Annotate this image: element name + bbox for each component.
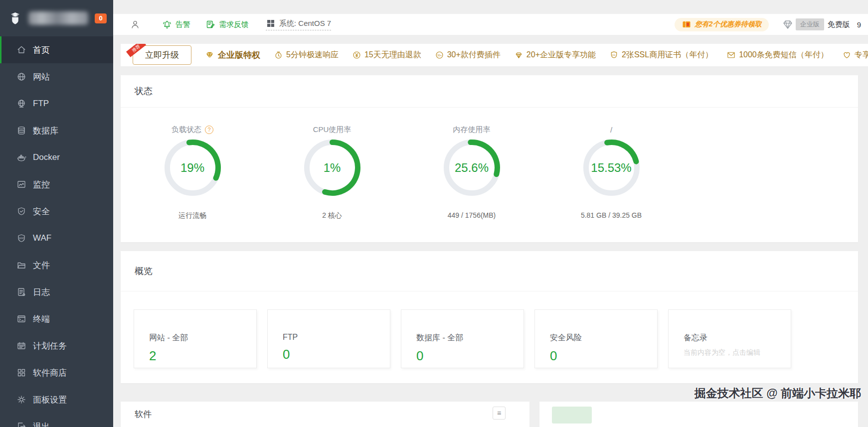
overview-cards-row: 网站 - 全部 2 FTP 0 数据库 - 全部 0 安全风险 0 备忘录 (121, 291, 858, 383)
app-grid-icon (16, 368, 26, 378)
upgrade-now-button[interactable]: 推荐 立即升级 (133, 45, 191, 65)
overview-card-security-risks[interactable]: 安全风险 0 (534, 309, 658, 368)
overview-card-title: 数据库 - 全部 (416, 333, 523, 343)
sidebar-item-website[interactable]: 网站 (0, 63, 113, 90)
sidebar-item-label: 监控 (33, 179, 50, 190)
sidebar-item-label: FTP (33, 99, 49, 109)
sidebar-item-label: 网站 (33, 71, 50, 83)
sidebar-item-terminal[interactable]: 终端 (0, 305, 113, 332)
user-icon (130, 19, 140, 29)
overview-card-title: FTP (283, 333, 390, 342)
coupon-text: 您有2个优惠券待领取 (695, 20, 762, 29)
refund-icon (352, 50, 361, 60)
overview-card-websites[interactable]: 网站 - 全部 2 (134, 309, 257, 368)
panel-logo-icon (8, 11, 22, 25)
sidebar-item-label: 面板设置 (33, 394, 67, 406)
sidebar-item-label: 文件 (33, 260, 50, 271)
svg-text:SSL: SSL (612, 54, 617, 56)
overview-card-title: 网站 - 全部 (149, 333, 256, 343)
overview-card-ftp[interactable]: FTP 0 (267, 309, 390, 368)
chart-panel-partial (539, 402, 858, 427)
privilege-label: 企业版特权 (218, 49, 260, 61)
watermark-text: 掘金技术社区 @ 前端小卡拉米耶 (113, 386, 861, 401)
alert-label: 告警 (175, 20, 190, 29)
software-panel-title: 软件 (135, 410, 152, 419)
sidebar-item-home[interactable]: 首页 (0, 36, 113, 63)
gem-outline-icon (514, 50, 523, 60)
waf-shield-icon: WAF (16, 233, 26, 243)
gear-icon (16, 395, 26, 405)
gauge-cpu: CPU使用率 1% 2 核心 (262, 108, 402, 220)
sidebar-item-monitor[interactable]: 监控 (0, 171, 113, 198)
sidebar-item-waf[interactable]: WAF WAF (0, 225, 113, 252)
recommend-ribbon: 推荐 (126, 44, 146, 57)
gauge-subtitle: 2 核心 (262, 211, 402, 220)
thirty-plus-icon: 30+ (435, 50, 444, 60)
coupon-ticket-icon (682, 19, 692, 29)
logout-icon (16, 422, 26, 427)
sidebar-item-label: 软件商店 (33, 367, 67, 379)
heart-icon (842, 50, 852, 60)
feature-exclusive-partial: 专享 (842, 50, 868, 60)
sidebar-item-label: 退出 (33, 421, 50, 427)
gauge-subtitle: 449 / 1756(MB) (402, 211, 541, 219)
topbar-right: 您有2个优惠券待领取 企业版 免费版 9 (675, 18, 861, 31)
sidebar-item-label: 数据库 (33, 125, 58, 137)
svg-text:WAF: WAF (19, 237, 24, 240)
overview-card-databases[interactable]: 数据库 - 全部 0 (401, 309, 524, 368)
feature-exclusive-functions: 20+企业版专享功能 (514, 50, 596, 60)
gauge-load: 负载状态 ? 19% 运行流畅 (123, 108, 262, 220)
sidebar-item-database[interactable]: 数据库 (0, 117, 113, 144)
sidebar: 0 首页 网站 FTP 数据库 Docker 监控 安全 (0, 0, 113, 427)
bottom-clipped-row: 软件 ≡ (121, 402, 858, 427)
sidebar-item-logs[interactable]: 日志 (0, 279, 113, 305)
globe-icon (16, 72, 26, 82)
feature-label: 15天无理由退款 (364, 50, 421, 60)
sidebar-item-ftp[interactable]: FTP (0, 90, 113, 117)
feature-label: 专享 (855, 50, 868, 60)
message-count-badge[interactable]: 0 (95, 13, 107, 23)
baota-panel-home: 0 首页 网站 FTP 数据库 Docker 监控 安全 (0, 0, 868, 427)
version-text-partial: 9 (857, 20, 861, 29)
docker-whale-icon (16, 152, 26, 162)
overview-card-memo[interactable]: 备忘录 当前内容为空，点击编辑 (668, 309, 791, 368)
alert-link[interactable]: 告警 (162, 19, 190, 29)
feature-fast-response: 5分钟极速响应 (274, 50, 339, 60)
sidebar-item-logout[interactable]: 退出 (0, 413, 113, 427)
log-document-icon (16, 287, 26, 297)
gauge-subtitle: 运行流畅 (123, 211, 262, 220)
plan-diamond-icon (782, 18, 794, 30)
sidebar-item-files[interactable]: 文件 (0, 252, 113, 279)
plan-enterprise-badge[interactable]: 企业版 (796, 18, 824, 30)
stopwatch-icon (274, 50, 283, 60)
panel-menu-button[interactable]: ≡ (493, 407, 506, 420)
overview-title: 概览 (135, 265, 153, 277)
gauge-title: 内存使用率 (453, 125, 491, 135)
enterprise-privilege-link[interactable]: 企业版特权 (205, 49, 260, 61)
user-account[interactable] (130, 19, 144, 29)
server-name-blurred (28, 11, 88, 25)
sidebar-logo-row[interactable]: 0 (0, 0, 113, 36)
sidebar-item-settings[interactable]: 面板设置 (0, 386, 113, 413)
feedback-link[interactable]: 需求反馈 (205, 19, 249, 29)
sidebar-item-appstore[interactable]: 软件商店 (0, 359, 113, 386)
folder-icon (16, 260, 26, 270)
sidebar-item-security[interactable]: 安全 (0, 198, 113, 225)
gauges-row: 负载状态 ? 19% 运行流畅 CPU使用率 (121, 108, 681, 242)
overview-card-title: 安全风险 (550, 333, 657, 343)
gauge-title: CPU使用率 (313, 125, 351, 135)
status-card: 状态 负载状态 ? 19% 运行流畅 (121, 75, 858, 242)
sidebar-item-docker[interactable]: Docker (0, 144, 113, 171)
status-header: 状态 (121, 75, 858, 108)
sidebar-item-label: 首页 (33, 44, 50, 56)
plan-free-label[interactable]: 免费版 (828, 20, 850, 29)
status-title: 状态 (135, 85, 153, 97)
help-icon[interactable]: ? (205, 126, 213, 134)
monitor-chart-icon (16, 179, 26, 189)
feature-ssl-certs: SSL 2张SSL商用证书（年付） (609, 50, 713, 60)
envelope-icon (726, 50, 736, 60)
coupon-banner[interactable]: 您有2个优惠券待领取 (675, 18, 769, 31)
sidebar-item-cron[interactable]: 计划任务 (0, 332, 113, 359)
selected-tab-pill[interactable] (552, 407, 592, 424)
overview-card-value: 0 (416, 348, 523, 364)
